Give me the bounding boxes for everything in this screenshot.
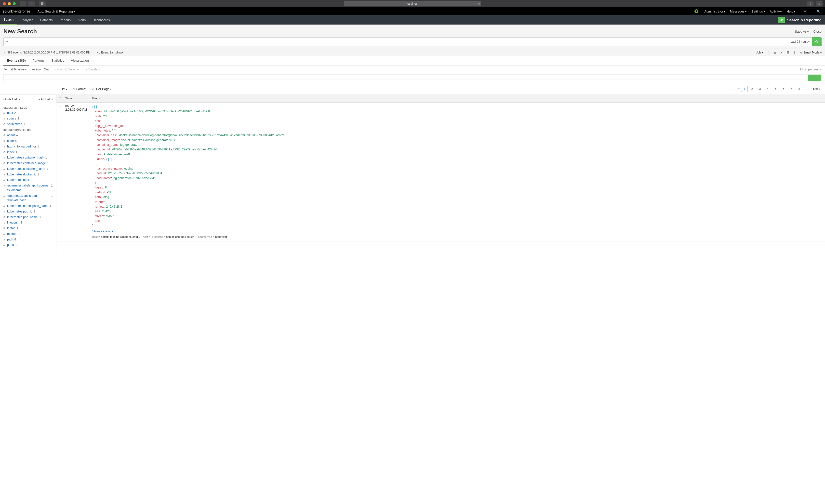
browser-nav: ‹ › ☰ (20, 1, 46, 6)
address-bar[interactable]: localhost ⟳ (344, 1, 481, 6)
field-linecount[interactable]: #linecount 1 (3, 220, 53, 225)
back-button[interactable]: ‹ (20, 1, 26, 6)
job-menu[interactable]: Job (756, 51, 763, 54)
help-menu[interactable]: Help (786, 10, 795, 13)
find-input[interactable]: Find 🔍 (800, 9, 822, 14)
interesting-fields-title: INTERESTING FIELDS (3, 129, 53, 132)
share-icon[interactable]: ⇪ (807, 1, 814, 6)
col-time[interactable]: Time (64, 95, 91, 102)
administrator-menu[interactable]: Administrator (704, 10, 725, 13)
nav-analytics[interactable]: Analytics (17, 15, 36, 24)
expand-icon[interactable]: [+] (108, 157, 111, 161)
search-mode[interactable]: ☼ Smart Mode (800, 51, 822, 54)
list-mode[interactable]: List (60, 87, 67, 91)
field-path[interactable]: apath 4 (3, 237, 53, 242)
tabs-icon[interactable]: ⧉ (816, 1, 823, 6)
field-kubernetes.container_image[interactable]: akubernetes.container_image 1 (3, 160, 53, 166)
close-button[interactable]: Close (814, 30, 822, 33)
app-nav: Search Analytics Datasets Reports Alerts… (0, 15, 825, 24)
field-host[interactable]: ahost 2 (3, 110, 53, 116)
next-page[interactable]: Next › (812, 86, 822, 92)
sidebar-toggle-icon[interactable]: ☰ (39, 1, 46, 6)
nav-dashboards[interactable]: Dashboards (89, 15, 113, 24)
tab-events[interactable]: Events (389) (3, 56, 29, 66)
tab-visualization[interactable]: Visualization (68, 56, 92, 66)
minimize-window-icon[interactable] (8, 2, 11, 5)
info-badge[interactable]: i (694, 9, 699, 13)
close-window-icon[interactable] (3, 2, 6, 5)
field-http_x_forwarded_for[interactable]: ahttp_x_forwarded_for 1 (3, 144, 53, 149)
search-reporting-label: Search & Reporting (787, 18, 822, 22)
nav-alerts[interactable]: Alerts (74, 15, 89, 24)
format-events[interactable]: ✎ Format (73, 87, 86, 91)
search-reporting-icon: > (778, 17, 785, 23)
format-timeline[interactable]: Format Timeline (3, 68, 26, 71)
field-kubernetes.container_name[interactable]: akubernetes.container_name 1 (3, 166, 53, 172)
field-kubernetes.host[interactable]: akubernetes.host 1 (3, 177, 53, 183)
zoom-to-selection: + Zoom to Selection (54, 68, 80, 71)
field-sourcetype[interactable]: asourcetype 1 (3, 122, 53, 127)
field-agent[interactable]: aagent 40 (3, 133, 53, 138)
page-2[interactable]: 2 (749, 86, 755, 92)
field-kubernetes.pod_name[interactable]: akubernetes.pod_name 3 (3, 214, 53, 220)
page-8[interactable]: 8 (796, 86, 803, 92)
col-event: Event (91, 95, 825, 102)
share-job-icon[interactable]: ↗ (780, 51, 782, 54)
nav-reports[interactable]: Reports (56, 15, 74, 24)
tab-patterns[interactable]: Patterns (29, 56, 48, 66)
pause-icon[interactable]: ⏸ (767, 51, 770, 54)
splunk-logo[interactable]: splunk>enterprise (3, 9, 30, 13)
results-controls: List ✎ Format 20 Per Page ‹ Prev 1 2 3 4… (0, 83, 825, 95)
messages-menu[interactable]: Messages (730, 10, 746, 13)
show-raw-text[interactable]: Show as raw text (92, 228, 824, 234)
per-page[interactable]: 20 Per Page (92, 87, 111, 91)
field-kubernetes.docker_id[interactable]: akubernetes.docker_id 3 (3, 172, 53, 177)
tab-statistics[interactable]: Statistics (48, 56, 68, 66)
stop-icon[interactable]: ◼ (774, 51, 776, 54)
page-7[interactable]: 7 (788, 86, 795, 92)
page-5[interactable]: 5 (772, 86, 779, 92)
expand-event-icon[interactable]: › (57, 102, 64, 241)
nav-search[interactable]: Search (0, 15, 17, 24)
print-icon[interactable]: 🖶 (786, 51, 790, 54)
new-tab-icon[interactable]: + (823, 0, 825, 7)
activity-menu[interactable]: Activity (770, 10, 782, 13)
selected-fields-title: SELECTED FIELDS (3, 106, 53, 109)
title-row: New Search Save As Close (0, 24, 825, 37)
field-code[interactable]: #code 5 (3, 138, 53, 144)
nav-datasets[interactable]: Datasets (36, 15, 56, 24)
field-kubernetes.namespace_name[interactable]: akubernetes.namespace_name 1 (3, 203, 53, 209)
event-row: › 8/28/20 2:08:36.000 PM { [-] agent: Mo… (57, 102, 825, 241)
page-6[interactable]: 6 (780, 86, 787, 92)
field-index[interactable]: aindex 1 (3, 149, 53, 155)
check-icon: ✓ (3, 51, 6, 54)
page-1[interactable]: 1 (741, 86, 747, 92)
search-input[interactable] (3, 37, 788, 46)
time-range-picker[interactable]: Last 24 hours (788, 37, 812, 46)
field-punct[interactable]: apunct 2 (3, 242, 53, 248)
all-fields[interactable]: ≡ All Fields (39, 98, 53, 101)
collapse-icon[interactable]: [-] (114, 129, 116, 132)
field-kubernetes.labels.pod-template-hash[interactable]: akubernetes.labels.pod-template-hash 1 (3, 193, 53, 203)
hide-fields[interactable]: ‹ Hide Fields (3, 98, 20, 101)
field-kubernetes.pod_id[interactable]: akubernetes.pod_id 3 (3, 209, 53, 214)
run-search-button[interactable] (812, 37, 822, 46)
field-source[interactable]: asource 1 (3, 116, 53, 122)
zoom-out[interactable]: — Zoom Out (32, 68, 49, 71)
field-method[interactable]: amethod 3 (3, 231, 53, 237)
maximize-window-icon[interactable] (13, 2, 16, 5)
save-as-button[interactable]: Save As (795, 30, 808, 33)
page-4[interactable]: 4 (765, 86, 771, 92)
timeline-track[interactable] (3, 74, 822, 81)
page-3[interactable]: 3 (757, 86, 763, 92)
timeline-bar[interactable] (808, 75, 821, 81)
field-kubernetes.labels.app.kubernetes.io/name[interactable]: akubernetes.labels.app.kubernetes.io/nam… (3, 183, 53, 193)
settings-menu[interactable]: Settings (751, 10, 765, 13)
app-switcher[interactable]: App: Search & Reporting (38, 10, 75, 13)
field-kubernetes.container_hash[interactable]: akubernetes.container_hash 1 (3, 155, 53, 160)
export-icon[interactable]: ⤓ (793, 51, 796, 54)
event-sampling[interactable]: No Event Sampling (96, 51, 124, 54)
reload-icon[interactable]: ⟳ (477, 2, 480, 5)
field-logtag[interactable]: alogtag 1 (3, 225, 53, 231)
collapse-icon[interactable]: [-] (94, 105, 97, 109)
